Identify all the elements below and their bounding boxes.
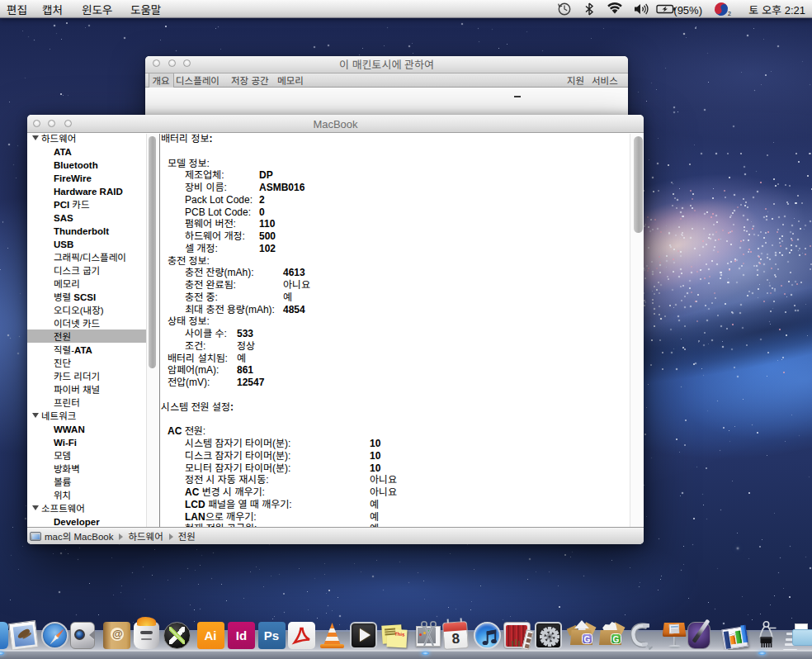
svg-text:2: 2 <box>728 11 731 17</box>
